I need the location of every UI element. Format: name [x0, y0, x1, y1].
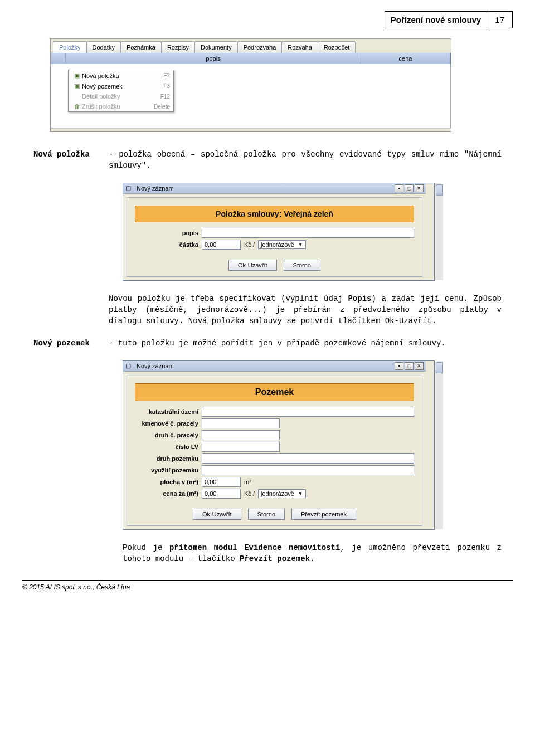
record-icon: ▢ — [125, 184, 134, 192]
ok-uzavrit-button[interactable]: Ok-Uzavřít — [193, 509, 241, 520]
menu-nova-polozka[interactable]: ▣ Nová položka F2 — [69, 70, 173, 81]
maximize-button[interactable]: ◻ — [405, 184, 414, 192]
label-castka: částka — [135, 241, 202, 248]
storno-button[interactable]: Storno — [284, 260, 320, 271]
input-druh-c[interactable] — [202, 430, 280, 440]
new-parcel-icon: ▣ — [72, 82, 82, 90]
dialog-title: Nový záznam — [137, 185, 393, 192]
tab-bar: Položky Dodatky Poznámka Rozpisy Dokumen… — [51, 39, 451, 53]
dialog-title: Nový záznam — [137, 363, 393, 369]
grid-header: popis cena — [51, 53, 451, 64]
close-button[interactable]: ✕ — [415, 184, 424, 192]
tab-podrozvaha[interactable]: Podrozvaha — [237, 41, 283, 53]
label-popis: popis — [135, 230, 202, 236]
text-bold: Převzít pozemek — [240, 554, 310, 563]
tab-rozpocet[interactable]: Rozpočet — [318, 41, 356, 53]
input-katastralni-uzemi[interactable] — [202, 407, 414, 417]
tab-dokumenty[interactable]: Dokumenty — [194, 41, 238, 53]
menu-label: Zrušit položku — [82, 103, 150, 110]
definition-novy-pozemek: Nový pozemek - tuto položku je možné poř… — [33, 338, 502, 349]
combo-value: jednorázově — [261, 490, 294, 497]
menu-detail-polozky: Detail položky F12 — [69, 91, 173, 101]
scrollbar[interactable] — [435, 183, 443, 280]
unit-kc: Kč / — [244, 241, 255, 248]
menu-label: Nový pozemek — [82, 83, 160, 90]
combo-value: jednorázově — [261, 241, 294, 248]
def-term: Nová položka — [33, 149, 109, 172]
def-body: - tuto položku je možné pořídit jen v př… — [109, 338, 502, 349]
label-cena-za: cena za (m²) — [135, 490, 202, 497]
menu-shortcut: F2 — [163, 72, 170, 79]
new-item-icon: ▣ — [72, 72, 82, 79]
menu-shortcut: Delete — [154, 104, 170, 110]
ok-uzavrit-button[interactable]: Ok-Uzavřít — [228, 260, 277, 271]
scrollbar[interactable] — [435, 361, 443, 529]
text-bold-popis: Popis — [348, 294, 371, 303]
grid-body: ▣ Nová položka F2 ▣ Nový pozemek F3 Deta… — [51, 64, 451, 128]
storno-button[interactable]: Storno — [248, 509, 285, 520]
input-vyuziti[interactable] — [202, 465, 414, 475]
menu-zrusit-polozku: 🗑 Zrušit položku Delete — [69, 101, 173, 111]
label-cislo-lv: číslo LV — [135, 443, 202, 450]
minimize-button[interactable]: ▪ — [395, 362, 403, 370]
maximize-button[interactable]: ◻ — [405, 362, 414, 370]
dialog-titlebar: ▢ Nový záznam ▪ ◻ ✕ — [123, 183, 426, 194]
dialog-polozka-smlouvy: ▢ Nový záznam ▪ ◻ ✕ Položka smlouvy: Veř… — [123, 183, 435, 281]
prevzit-pozemek-button[interactable]: Převzít pozemek — [291, 509, 356, 520]
label-plocha: plocha v (m²) — [135, 479, 202, 485]
paragraph-popis-info: Novou položku je třeba specifikovat (vyp… — [33, 293, 502, 327]
tab-rozvaha[interactable]: Rozvaha — [281, 41, 318, 53]
close-button[interactable]: ✕ — [415, 362, 424, 370]
dialog-banner: Pozemek — [135, 383, 414, 401]
text: Novou položku je třeba specifikovat (vyp… — [109, 294, 348, 303]
def-term: Nový pozemek — [33, 338, 109, 349]
input-popis[interactable] — [202, 228, 414, 238]
items-panel-screenshot: Položky Dodatky Poznámka Rozpisy Dokumen… — [50, 38, 451, 132]
combo-frequency[interactable]: jednorázově ▼ — [258, 489, 306, 498]
dialog-body: Položka smlouvy: Veřejná zeleň popis čás… — [127, 197, 422, 277]
definition-nova-polozka: Nová položka - položka obecná – společná… — [33, 149, 502, 172]
tab-dodatky[interactable]: Dodatky — [86, 41, 121, 53]
input-plocha[interactable] — [202, 477, 241, 487]
dialog-banner: Položka smlouvy: Veřejná zeleň — [135, 206, 414, 222]
page-number: 17 — [487, 11, 513, 28]
unit-m2: m² — [244, 479, 251, 485]
label-vyuziti: využití pozemku — [135, 467, 202, 474]
input-castka[interactable] — [202, 240, 241, 250]
menu-novy-pozemek[interactable]: ▣ Nový pozemek F3 — [69, 81, 173, 91]
chevron-down-icon: ▼ — [296, 491, 304, 496]
page-header: Pořízení nové smlouvy 17 — [22, 11, 513, 28]
menu-label: Nová položka — [82, 72, 160, 79]
label-druh-pozemku: druh pozemku — [135, 455, 202, 462]
unit-kc: Kč / — [244, 490, 255, 497]
input-cislo-lv[interactable] — [202, 442, 280, 452]
input-cena-za[interactable] — [202, 489, 241, 499]
menu-label: Detail položky — [82, 93, 157, 100]
def-body: - položka obecná – společná položka pro … — [109, 149, 502, 172]
record-icon: ▢ — [125, 362, 134, 369]
combo-frequency[interactable]: jednorázově ▼ — [258, 240, 306, 249]
dialog-pozemek: ▢ Nový záznam ▪ ◻ ✕ Pozemek katastrální … — [123, 360, 435, 530]
context-menu: ▣ Nová položka F2 ▣ Nový pozemek F3 Deta… — [68, 70, 174, 112]
label-kmenove-c: kmenové č. pracely — [135, 420, 202, 427]
col-popis: popis — [66, 53, 361, 64]
tab-rozpisy[interactable]: Rozpisy — [161, 41, 195, 53]
tab-poznamka[interactable]: Poznámka — [120, 41, 162, 53]
label-druh-c: druh č. pracely — [135, 432, 202, 438]
label-katastralni-uzemi: katastrální území — [135, 408, 202, 415]
footnote-evidence-nemovitosti: Pokud je přítomen modul Evidence nemovit… — [123, 542, 502, 565]
chevron-down-icon: ▼ — [296, 242, 304, 247]
page-header-title: Pořízení nové smlouvy — [385, 11, 487, 28]
menu-shortcut: F3 — [163, 83, 170, 89]
input-kmenove-c[interactable] — [202, 418, 280, 428]
dialog-titlebar: ▢ Nový záznam ▪ ◻ ✕ — [123, 361, 426, 372]
text: . — [310, 554, 314, 563]
col-cena: cena — [361, 53, 450, 64]
input-druh-pozemku[interactable] — [202, 453, 414, 464]
text-bold: přítomen modul Evidence nemovitostí — [169, 543, 341, 552]
copyright: © 2015 ALIS spol. s r.o., Česká Lípa — [22, 580, 513, 591]
minimize-button[interactable]: ▪ — [395, 184, 403, 192]
dialog-body: Pozemek katastrální území kmenové č. pra… — [127, 375, 422, 526]
tab-polozky[interactable]: Položky — [53, 41, 87, 53]
trash-icon: 🗑 — [72, 103, 82, 110]
